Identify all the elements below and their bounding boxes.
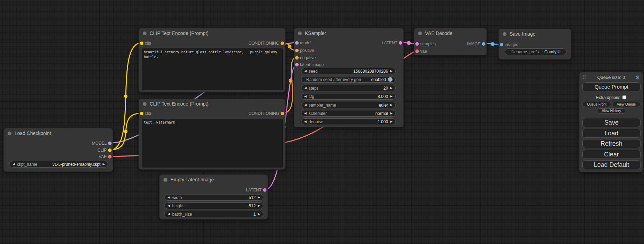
- slot-dot-model[interactable]: [108, 142, 112, 145]
- node-save-image[interactable]: Save Image images filename_prefix ComfyU…: [499, 29, 571, 60]
- extra-options-checkbox[interactable]: [623, 96, 626, 99]
- slot-dot-image[interactable]: [482, 42, 485, 46]
- node-title-bar[interactable]: CLIP Text Encode (Prompt): [139, 99, 285, 109]
- slot-dot-image[interactable]: [500, 43, 503, 46]
- slot-dot-vae[interactable]: [108, 155, 112, 159]
- node-vae-decode[interactable]: VAE Decode samples vae IMAGE: [414, 28, 487, 55]
- view-history-button[interactable]: View History: [597, 108, 626, 114]
- node-title-bar[interactable]: VAE Decode: [414, 28, 486, 38]
- widget-value[interactable]: 512: [249, 195, 256, 200]
- slot-dot-latent[interactable]: [415, 42, 419, 46]
- slot-dot-vae[interactable]: [415, 49, 419, 53]
- widget-value[interactable]: 1: [253, 212, 256, 217]
- queue-front-button[interactable]: Queue Front: [582, 102, 611, 107]
- widget-ckpt-name[interactable]: ◀ ckpt_name v1-5-pruned-emaonly.ckpt ▶: [9, 161, 108, 168]
- increment-icon[interactable]: ▶: [258, 211, 260, 217]
- widget-denoise[interactable]: ◀ denoise 1.000 ▶: [301, 118, 396, 125]
- widget-value[interactable]: normal: [375, 111, 388, 116]
- widget-value[interactable]: 512: [249, 204, 256, 208]
- load-default-button[interactable]: Load Default: [582, 160, 641, 169]
- widget-filename-prefix[interactable]: filename_prefix ComfyUI: [505, 48, 566, 55]
- queue-prompt-button[interactable]: Queue Prompt: [582, 82, 641, 91]
- slot-dot-conditioning[interactable]: [281, 112, 284, 115]
- load-button[interactable]: Load: [582, 129, 641, 138]
- view-queue-button[interactable]: View Queue: [612, 102, 641, 107]
- decrement-icon[interactable]: ◀: [304, 110, 307, 117]
- decrement-icon[interactable]: ◀: [168, 202, 170, 209]
- collapse-dot-icon[interactable]: [503, 32, 506, 36]
- decrement-icon[interactable]: ◀: [12, 161, 15, 168]
- widget-value[interactable]: ComfyUI: [544, 49, 561, 54]
- slot-dot-conditioning[interactable]: [295, 49, 299, 52]
- slot-dot-conditioning[interactable]: [281, 42, 284, 45]
- slot-dot-latent[interactable]: [295, 63, 299, 66]
- widget-batch-size[interactable]: ◀ batch_size 1 ▶: [165, 211, 263, 217]
- toggle-knob-icon[interactable]: [388, 77, 392, 82]
- slot-dot-clip[interactable]: [108, 148, 112, 152]
- save-button[interactable]: Save: [582, 118, 641, 127]
- widget-cfg[interactable]: ◀ cfg 8.000 ▶: [301, 93, 396, 100]
- collapse-dot-icon[interactable]: [143, 31, 147, 35]
- increment-icon[interactable]: ▶: [103, 161, 105, 168]
- increment-icon[interactable]: ▶: [390, 110, 392, 117]
- increment-icon[interactable]: ▶: [390, 118, 392, 125]
- widget-value[interactable]: v1-5-pruned-emaonly.ckpt: [53, 162, 101, 167]
- decrement-icon[interactable]: ◀: [168, 211, 170, 217]
- increment-icon[interactable]: ▶: [258, 194, 260, 201]
- widget-value[interactable]: euler: [379, 103, 388, 108]
- prompt-textarea[interactable]: beautiful scenery nature glass bottle la…: [142, 48, 283, 90]
- decrement-icon[interactable]: ◀: [304, 102, 307, 108]
- settings-gear-icon[interactable]: ⚙: [635, 74, 640, 81]
- refresh-button[interactable]: Refresh: [582, 139, 641, 148]
- decrement-icon[interactable]: ◀: [304, 93, 307, 100]
- node-load-checkpoint[interactable]: Load Checkpoint MODEL CLIP VAE ◀ ckpt_na…: [3, 128, 113, 172]
- widget-width[interactable]: ◀ width 512 ▶: [165, 194, 263, 201]
- increment-icon[interactable]: ▶: [390, 68, 392, 74]
- node-ksampler[interactable]: KSampler model positive negative latent_…: [294, 28, 404, 127]
- widget-value[interactable]: 156680208700286: [353, 69, 388, 74]
- widget-seed[interactable]: ◀ seed 156680208700286 ▶: [301, 68, 396, 74]
- widget-value[interactable]: 8.000: [378, 94, 388, 99]
- slot-dot-clip[interactable]: [140, 42, 143, 45]
- slot-dot-model[interactable]: [295, 41, 299, 45]
- decrement-icon[interactable]: ◀: [304, 118, 307, 125]
- node-title: CLIP Text Encode (Prompt): [150, 101, 209, 107]
- node-title-bar[interactable]: KSampler: [294, 28, 403, 38]
- slot-dot-latent[interactable]: [399, 41, 402, 45]
- widget-sampler-name[interactable]: ◀ sampler_name euler ▶: [301, 102, 396, 108]
- slot-dot-conditioning[interactable]: [295, 56, 299, 60]
- clear-button[interactable]: Clear: [582, 150, 641, 159]
- prompt-textarea[interactable]: text, watermark: [142, 119, 283, 168]
- collapse-dot-icon[interactable]: [298, 31, 302, 35]
- node-title-bar[interactable]: Load Checkpoint: [4, 128, 113, 138]
- slot-label: MODEL: [92, 141, 107, 146]
- widget-value[interactable]: 20: [383, 86, 388, 91]
- collapse-dot-icon[interactable]: [418, 31, 422, 35]
- graph-canvas[interactable]: Load Checkpoint MODEL CLIP VAE ◀ ckpt_na…: [0, 0, 644, 244]
- decrement-icon[interactable]: ◀: [304, 85, 307, 91]
- node-empty-latent-image[interactable]: Empty Latent Image LATENT ◀ width 512 ▶ …: [159, 174, 268, 219]
- slot-dot-latent[interactable]: [263, 188, 266, 192]
- decrement-icon[interactable]: ◀: [304, 68, 307, 74]
- node-title: KSampler: [305, 30, 326, 36]
- node-title-bar[interactable]: Save Image: [499, 29, 571, 39]
- decrement-icon[interactable]: ◀: [168, 194, 170, 201]
- widget-height[interactable]: ◀ height 512 ▶: [165, 202, 263, 209]
- widget-random-seed-toggle[interactable]: Random seed after every gen enabled: [301, 76, 396, 83]
- collapse-dot-icon[interactable]: [143, 102, 147, 106]
- slot-label: negative: [300, 55, 316, 60]
- collapse-dot-icon[interactable]: [8, 132, 11, 135]
- node-title-bar[interactable]: Empty Latent Image: [160, 175, 267, 184]
- increment-icon[interactable]: ▶: [390, 102, 392, 108]
- node-title-bar[interactable]: CLIP Text Encode (Prompt): [139, 28, 285, 38]
- node-clip-text-encode-positive[interactable]: CLIP Text Encode (Prompt) clip CONDITION…: [139, 28, 285, 92]
- slot-dot-clip[interactable]: [140, 112, 143, 115]
- widget-value[interactable]: 1.000: [378, 119, 388, 124]
- increment-icon[interactable]: ▶: [390, 93, 392, 100]
- widget-steps[interactable]: ◀ steps 20 ▶: [301, 85, 396, 91]
- collapse-dot-icon[interactable]: [164, 178, 167, 182]
- widget-scheduler[interactable]: ◀ scheduler normal ▶: [301, 110, 396, 117]
- increment-icon[interactable]: ▶: [390, 85, 392, 91]
- increment-icon[interactable]: ▶: [258, 202, 260, 209]
- node-clip-text-encode-negative[interactable]: CLIP Text Encode (Prompt) clip CONDITION…: [139, 99, 285, 170]
